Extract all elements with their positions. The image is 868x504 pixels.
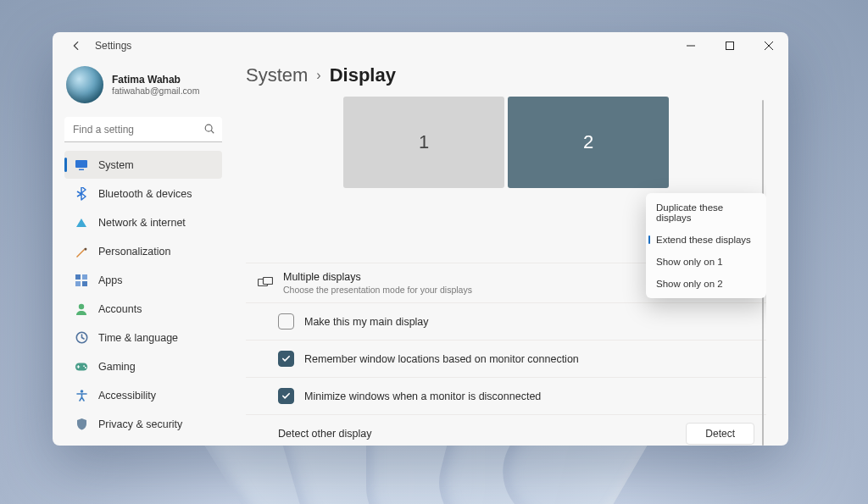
user-profile[interactable]: Fatima Wahab fatiwahab@gmail.com	[64, 63, 222, 115]
checkbox-remember[interactable]	[278, 351, 294, 367]
display-visualizer: 1 2 Identify Duplicate these displaysExt…	[246, 97, 766, 258]
checkbox-minimize[interactable]	[278, 388, 294, 404]
profile-email: fatiwahab@gmail.com	[112, 86, 199, 96]
dropdown-option[interactable]: Show only on 2	[646, 273, 766, 295]
titlebar: Settings	[53, 32, 788, 59]
search-icon	[203, 123, 215, 135]
nav-item-privacy[interactable]: Privacy & security	[64, 410, 222, 438]
apps-icon	[75, 274, 88, 287]
svg-rect-1	[726, 42, 734, 50]
nav-item-system[interactable]: System	[64, 151, 222, 179]
nav-item-update[interactable]: Windows Update	[64, 439, 222, 446]
nav-item-personalize[interactable]: Personalization	[64, 237, 222, 265]
nav-item-label: Apps	[98, 274, 123, 286]
nav-item-label: Personalization	[98, 246, 170, 258]
minimize-button[interactable]	[671, 32, 710, 59]
row-sub: Choose the presentation mode for your di…	[283, 285, 472, 295]
nav: SystemBluetooth & devicesNetwork & inter…	[64, 151, 222, 446]
breadcrumb-current: Display	[330, 64, 396, 86]
minimize-icon	[687, 42, 695, 50]
chevron-right-icon: ›	[316, 68, 320, 83]
svg-rect-4	[75, 160, 87, 168]
svg-point-2	[205, 125, 212, 131]
breadcrumb-parent[interactable]: System	[246, 64, 308, 86]
option-remember-locations[interactable]: Remember window locations based on monit…	[246, 341, 766, 378]
gaming-icon	[75, 360, 88, 374]
displays-icon	[258, 277, 273, 289]
checkbox-main[interactable]	[278, 313, 294, 330]
nav-item-label: Accounts	[98, 303, 142, 315]
dropdown-option[interactable]: Duplicate these displays	[646, 197, 766, 229]
privacy-icon	[75, 418, 88, 431]
nav-item-label: Bluetooth & devices	[98, 188, 192, 200]
option-label: Minimize windows when a monitor is disco…	[304, 390, 541, 402]
svg-rect-7	[82, 274, 87, 280]
nav-item-label: Network & internet	[98, 217, 186, 229]
sidebar: Fatima Wahab fatiwahab@gmail.com SystemB…	[53, 59, 231, 446]
row-title: Multiple displays	[283, 271, 472, 283]
settings-window: Settings Fatima Wahab fatiwahab@gmail.co…	[53, 32, 788, 446]
display-1[interactable]: 1	[343, 97, 504, 188]
nav-item-label: Privacy & security	[98, 418, 182, 430]
svg-rect-17	[264, 278, 273, 285]
nav-item-accessibility[interactable]: Accessibility	[64, 381, 222, 409]
dropdown-option[interactable]: Show only on 1	[646, 251, 766, 273]
nav-item-time[interactable]: Time & language	[64, 324, 222, 352]
nav-item-bluetooth[interactable]: Bluetooth & devices	[64, 180, 222, 208]
option-label: Make this my main display	[304, 316, 429, 328]
nav-item-gaming[interactable]: Gaming	[64, 352, 222, 380]
dropdown-option[interactable]: Extend these displays	[646, 229, 766, 251]
network-icon	[75, 216, 88, 230]
svg-point-13	[83, 365, 85, 367]
search-input[interactable]	[64, 117, 222, 142]
detect-button[interactable]: Detect	[686, 423, 754, 445]
nav-item-label: Gaming	[98, 361, 136, 373]
maximize-icon	[726, 42, 734, 50]
svg-point-14	[85, 366, 86, 368]
arrow-left-icon	[70, 40, 82, 52]
time-icon	[75, 331, 88, 345]
option-minimize-disconnect[interactable]: Minimize windows when a monitor is disco…	[246, 378, 766, 415]
accounts-icon	[75, 302, 88, 316]
titlebar-title: Settings	[95, 40, 131, 52]
back-button[interactable]	[68, 37, 85, 54]
breadcrumb: System › Display	[246, 63, 766, 86]
svg-rect-8	[75, 281, 81, 286]
accessibility-icon	[75, 389, 88, 402]
svg-line-3	[211, 130, 214, 133]
display-mode-dropdown[interactable]: Duplicate these displaysExtend these dis…	[646, 193, 766, 298]
close-icon	[765, 42, 773, 50]
detect-display-row: Detect other display Detect	[246, 415, 766, 446]
nav-item-accounts[interactable]: Accounts	[64, 295, 222, 323]
option-main-display[interactable]: Make this my main display	[246, 303, 766, 341]
bluetooth-icon	[75, 187, 88, 201]
system-icon	[75, 158, 88, 172]
nav-item-apps[interactable]: Apps	[64, 266, 222, 294]
maximize-button[interactable]	[710, 32, 749, 59]
nav-item-label: Time & language	[98, 332, 178, 344]
svg-rect-6	[75, 274, 81, 280]
nav-item-network[interactable]: Network & internet	[64, 208, 222, 236]
close-button[interactable]	[749, 32, 788, 59]
svg-rect-9	[82, 281, 87, 286]
personalize-icon	[75, 245, 88, 258]
row-label: Detect other display	[278, 428, 371, 440]
profile-name: Fatima Wahab	[112, 74, 199, 86]
nav-item-label: System	[98, 159, 134, 171]
main: System › Display 1 2 Identify Duplicate …	[231, 59, 788, 446]
svg-point-15	[80, 390, 83, 393]
avatar	[66, 66, 103, 103]
svg-point-10	[79, 303, 84, 308]
display-2[interactable]: 2	[508, 97, 669, 188]
svg-rect-5	[79, 169, 84, 170]
option-label: Remember window locations based on monit…	[304, 353, 579, 365]
nav-item-label: Accessibility	[98, 390, 156, 402]
content: 1 2 Identify Duplicate these displaysExt…	[246, 97, 766, 446]
